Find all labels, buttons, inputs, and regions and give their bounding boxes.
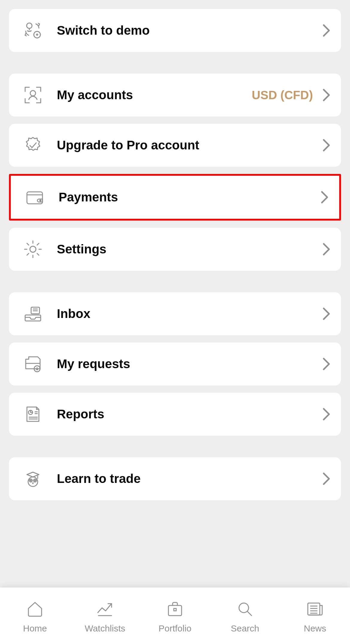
svg-point-13 bbox=[31, 480, 31, 481]
wallet-icon bbox=[24, 186, 45, 208]
menu-item-label: Upgrade to Pro account bbox=[57, 138, 322, 152]
menu-item-inbox[interactable]: Inbox bbox=[9, 292, 341, 335]
menu-item-label: Inbox bbox=[57, 307, 322, 321]
settings-list: Switch to demo My accounts USD (CFD) bbox=[0, 0, 350, 500]
search-icon bbox=[234, 598, 256, 620]
menu-item-label: Learn to trade bbox=[57, 472, 322, 486]
svg-point-5 bbox=[30, 246, 36, 252]
nav-news[interactable]: News bbox=[280, 598, 350, 634]
nav-search[interactable]: Search bbox=[210, 598, 280, 634]
menu-item-label: Reports bbox=[57, 407, 322, 421]
nav-home[interactable]: Home bbox=[0, 598, 70, 634]
reports-icon bbox=[22, 403, 44, 425]
nav-watchlists[interactable]: Watchlists bbox=[70, 598, 140, 634]
nav-portfolio[interactable]: Portfolio bbox=[140, 598, 210, 634]
accounts-currency-badge: USD (CFD) bbox=[252, 88, 313, 102]
chevron-right-icon bbox=[322, 242, 331, 256]
chevron-right-icon bbox=[322, 138, 331, 152]
svg-rect-16 bbox=[174, 608, 176, 611]
svg-point-4 bbox=[40, 200, 41, 201]
menu-item-label: My accounts bbox=[57, 88, 252, 102]
menu-item-label: Settings bbox=[57, 242, 322, 256]
menu-item-label: My requests bbox=[57, 357, 322, 371]
group-1: Switch to demo bbox=[9, 9, 341, 52]
chevron-right-icon bbox=[322, 407, 331, 421]
svg-point-14 bbox=[35, 480, 36, 481]
chevron-right-icon bbox=[322, 88, 331, 102]
menu-item-reports[interactable]: Reports bbox=[9, 393, 341, 436]
menu-item-my-requests[interactable]: My requests bbox=[9, 342, 341, 386]
accounts-icon bbox=[22, 84, 44, 106]
chevron-right-icon bbox=[322, 357, 331, 371]
menu-item-settings[interactable]: Settings bbox=[9, 228, 341, 271]
upgrade-icon bbox=[22, 134, 44, 156]
chevron-right-icon bbox=[322, 472, 331, 486]
menu-item-switch-demo[interactable]: Switch to demo bbox=[9, 9, 341, 52]
requests-icon bbox=[22, 353, 44, 375]
news-icon bbox=[304, 598, 326, 620]
menu-item-upgrade-pro[interactable]: Upgrade to Pro account bbox=[9, 124, 341, 167]
chevron-right-icon bbox=[322, 307, 331, 321]
switch-demo-icon bbox=[22, 20, 44, 41]
group-3: Inbox My requests bbox=[9, 292, 341, 436]
home-icon bbox=[24, 598, 46, 620]
watchlists-icon bbox=[94, 598, 116, 620]
chevron-right-icon bbox=[320, 190, 329, 204]
svg-point-2 bbox=[30, 91, 36, 96]
nav-label: Search bbox=[231, 623, 259, 634]
menu-item-label: Payments bbox=[59, 190, 320, 204]
menu-item-payments[interactable]: Payments bbox=[9, 174, 341, 221]
svg-rect-6 bbox=[25, 315, 41, 321]
bottom-nav: Home Watchlists Portfolio Search News bbox=[0, 587, 350, 644]
owl-icon bbox=[22, 468, 44, 489]
chevron-right-icon bbox=[322, 23, 331, 38]
portfolio-icon bbox=[164, 598, 186, 620]
nav-label: News bbox=[304, 623, 326, 634]
nav-label: Home bbox=[23, 623, 47, 634]
menu-item-label: Switch to demo bbox=[57, 23, 322, 38]
inbox-icon bbox=[22, 303, 44, 325]
nav-label: Watchlists bbox=[85, 623, 125, 634]
settings-icon bbox=[22, 238, 44, 260]
group-4: Learn to trade bbox=[9, 457, 341, 500]
menu-item-my-accounts[interactable]: My accounts USD (CFD) bbox=[9, 74, 341, 117]
menu-item-learn-trade[interactable]: Learn to trade bbox=[9, 457, 341, 500]
nav-label: Portfolio bbox=[159, 623, 191, 634]
group-2: My accounts USD (CFD) Upgrade to Pro acc… bbox=[9, 74, 341, 271]
svg-point-0 bbox=[27, 23, 32, 28]
